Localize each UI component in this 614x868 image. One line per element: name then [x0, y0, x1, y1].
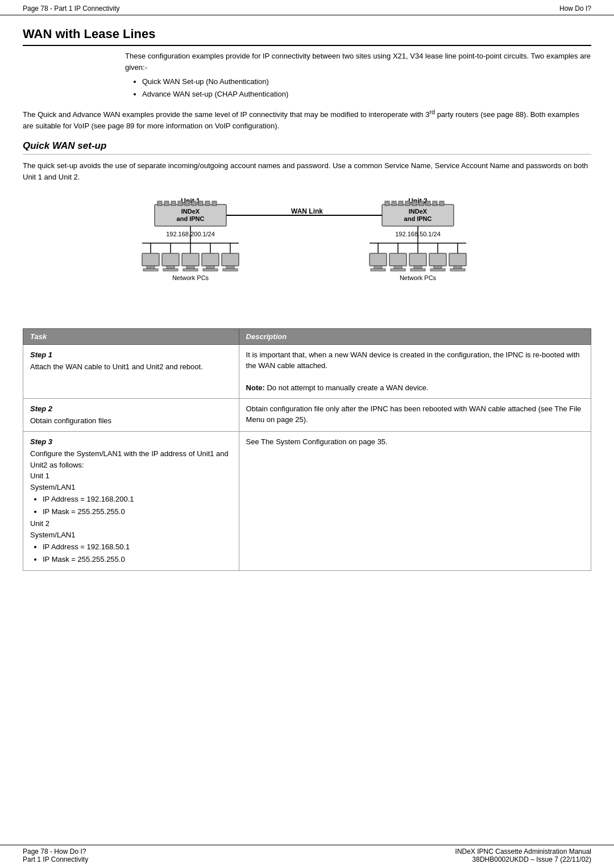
- svg-rect-16: [433, 201, 437, 206]
- page-title: WAN with Lease Lines: [23, 27, 591, 46]
- diagram-container: Unit 1 Unit 2 INDeX and IPNC: [23, 192, 591, 317]
- unit2-device-label1: INDeX: [409, 208, 428, 215]
- step3-bullets1: IP Address = 192.168.200.1 IP Mask = 255…: [43, 494, 232, 517]
- step1-task: Attach the WAN cable to Unit1 and Unit2 …: [30, 362, 203, 371]
- svg-rect-10: [392, 201, 396, 206]
- svg-rect-57: [450, 269, 465, 271]
- svg-rect-5: [192, 201, 196, 206]
- intro-section: These configuration examples provide for…: [125, 51, 591, 99]
- svg-rect-53: [430, 269, 445, 271]
- svg-rect-52: [434, 266, 442, 269]
- network-diagram: Unit 1 Unit 2 INDeX and IPNC: [108, 192, 506, 317]
- bullet-item: Advance WAN set-up (CHAP Authentication): [142, 89, 591, 100]
- header-left: Page 78 - Part 1 IP Connectivity: [23, 5, 120, 12]
- task-cell-1: Step 1 Attach the WAN cable to Unit1 and…: [23, 344, 239, 398]
- svg-rect-17: [439, 201, 444, 206]
- svg-rect-56: [454, 266, 462, 269]
- svg-rect-51: [429, 253, 446, 266]
- svg-rect-24: [167, 266, 175, 269]
- svg-rect-37: [223, 269, 238, 271]
- svg-rect-8: [212, 201, 217, 206]
- svg-rect-35: [222, 253, 239, 266]
- unit1-device-label2: and IPNC: [177, 215, 205, 222]
- page-footer: Page 78 - How Do I? Part 1 IP Connectivi…: [0, 845, 614, 868]
- page-header: Page 78 - Part 1 IP Connectivity How Do …: [0, 0, 614, 15]
- svg-rect-43: [389, 253, 406, 266]
- svg-rect-0: [157, 201, 162, 206]
- svg-rect-2: [171, 201, 176, 206]
- task-cell-2: Step 2 Obtain configuration files: [23, 398, 239, 431]
- footer-left-line2: Part 1 IP Connectivity: [23, 856, 88, 863]
- unit1-label: Unit 1: [181, 197, 200, 205]
- subsection-title: Quick WAN set-up: [23, 140, 591, 155]
- step3-unit2: Unit 2: [30, 519, 49, 528]
- step2-task: Obtain configuration files: [30, 416, 111, 425]
- intro-bullet-list: Quick WAN Set-up (No Authentication) Adv…: [142, 76, 591, 99]
- svg-rect-45: [391, 269, 405, 271]
- svg-rect-39: [370, 253, 387, 266]
- svg-rect-15: [426, 201, 430, 206]
- svg-rect-31: [202, 253, 219, 266]
- page-content: WAN with Lease Lines These configuration…: [0, 15, 614, 845]
- unit2-label: Unit 2: [408, 197, 428, 205]
- step3-bullet2b: IP Mask = 255.255.255.0: [43, 554, 232, 565]
- svg-rect-47: [409, 253, 426, 266]
- step3-bullet2a: IP Address = 192.168.50.1: [43, 541, 232, 553]
- svg-rect-12: [405, 201, 410, 206]
- svg-rect-44: [394, 266, 402, 269]
- step2-desc: Obtain configuration file only after the…: [246, 404, 582, 424]
- svg-rect-6: [198, 201, 203, 206]
- step3-label: Step 3: [30, 436, 232, 448]
- footer-left: Page 78 - How Do I? Part 1 IP Connectivi…: [23, 848, 88, 863]
- step-table: Task Description Step 1 Attach the WAN c…: [23, 328, 591, 571]
- col-desc-header: Description: [239, 328, 591, 344]
- bullet-item: Quick WAN Set-up (No Authentication): [142, 76, 591, 87]
- header-right: How Do I?: [559, 5, 591, 12]
- footer-right: INDeX IPNC Cassette Administration Manua…: [455, 848, 591, 863]
- step1-desc: It is important that, when a new WAN dev…: [246, 350, 580, 370]
- step1-note: Note: Do not attempt to manually create …: [246, 383, 429, 392]
- svg-rect-32: [206, 266, 214, 269]
- step3-bullet1a: IP Address = 192.168.200.1: [43, 494, 232, 505]
- svg-rect-33: [203, 269, 218, 271]
- section-note: The Quick and Advance WAN examples provi…: [23, 107, 591, 132]
- svg-rect-11: [399, 201, 403, 206]
- svg-rect-40: [374, 266, 382, 269]
- unit1-device-label1: INDeX: [181, 208, 200, 215]
- step3-system-lan1b: System/LAN1: [30, 531, 75, 539]
- svg-rect-36: [226, 266, 234, 269]
- svg-rect-41: [371, 269, 385, 271]
- svg-rect-14: [419, 201, 424, 206]
- step2-label: Step 2: [30, 403, 232, 415]
- step3-bullets2: IP Address = 192.168.50.1 IP Mask = 255.…: [43, 541, 232, 565]
- svg-rect-49: [410, 269, 425, 271]
- wan-link-label: WAN Link: [291, 207, 323, 215]
- footer-right-line1: INDeX IPNC Cassette Administration Manua…: [455, 848, 591, 856]
- svg-rect-9: [385, 201, 389, 206]
- desc-cell-3: See The System Configuration on page 35.: [239, 431, 591, 571]
- svg-rect-19: [142, 253, 159, 266]
- footer-right-line2: 38DHB0002UKDD – Issue 7 (22/11/02): [455, 856, 591, 863]
- svg-rect-20: [147, 266, 155, 269]
- desc-cell-1: It is important that, when a new WAN dev…: [239, 344, 591, 398]
- svg-rect-55: [449, 253, 466, 266]
- step3-desc: See The System Configuration on page 35.: [246, 437, 388, 446]
- svg-rect-13: [412, 201, 417, 206]
- quick-intro: The quick set-up avoids the use of separ…: [23, 160, 591, 183]
- desc-cell-2: Obtain configuration file only after the…: [239, 398, 591, 431]
- svg-rect-48: [414, 266, 422, 269]
- step1-label: Step 1: [30, 349, 232, 361]
- table-row: Step 3 Configure the System/LAN1 with th…: [23, 431, 591, 571]
- col-task-header: Task: [23, 328, 239, 344]
- table-row: Step 1 Attach the WAN cable to Unit1 and…: [23, 344, 591, 398]
- svg-rect-28: [186, 266, 194, 269]
- svg-rect-27: [182, 253, 199, 266]
- step3-unit1: Unit 1: [30, 471, 49, 480]
- svg-rect-3: [178, 201, 182, 206]
- step3-system-lan1a: System/LAN1: [30, 483, 75, 491]
- svg-rect-25: [163, 269, 178, 271]
- footer-left-line1: Page 78 - How Do I?: [23, 848, 88, 856]
- unit2-device-label2: and IPNC: [404, 215, 432, 222]
- svg-rect-4: [185, 201, 189, 206]
- table-row: Step 2 Obtain configuration files Obtain…: [23, 398, 591, 431]
